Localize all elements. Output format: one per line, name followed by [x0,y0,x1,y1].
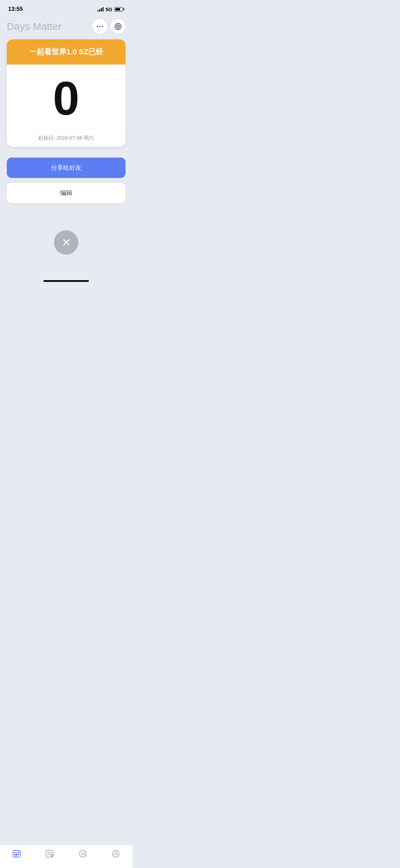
app-title: Days Matter [7,21,62,32]
signal-icon [97,7,103,12]
home-indicator [43,280,89,282]
header-actions [92,19,126,34]
close-icon: ✕ [62,237,71,248]
share-button[interactable]: 分享给好友 [7,158,126,178]
card-body: 0 [7,65,126,129]
app-header: Days Matter [0,16,132,39]
days-count: 0 [14,75,119,122]
card-footer: 起始日: 2024-07-06 周六 [7,129,126,147]
start-date-label: 起始日: 2024-07-06 周六 [38,135,94,141]
close-button[interactable]: ✕ [54,230,78,255]
more-button[interactable] [92,19,107,34]
status-bar: 13:55 5G [0,0,132,16]
card-title: 一起看世界1.0 SZ已经 [29,48,103,56]
action-buttons: 分享给好友 编辑 [7,158,126,203]
network-label: 5G [106,6,112,12]
status-time: 13:55 [8,6,23,13]
event-card: 一起看世界1.0 SZ已经 0 起始日: 2024-07-06 周六 [7,39,126,147]
svg-point-2 [118,26,119,27]
battery-icon [114,7,124,12]
target-button[interactable] [111,19,126,34]
close-btn-container: ✕ [0,230,132,255]
edit-button[interactable]: 编辑 [7,183,126,203]
three-dots-icon [97,26,103,27]
status-icons: 5G [97,6,124,12]
target-icon [114,23,122,30]
card-header: 一起看世界1.0 SZ已经 [7,39,126,65]
